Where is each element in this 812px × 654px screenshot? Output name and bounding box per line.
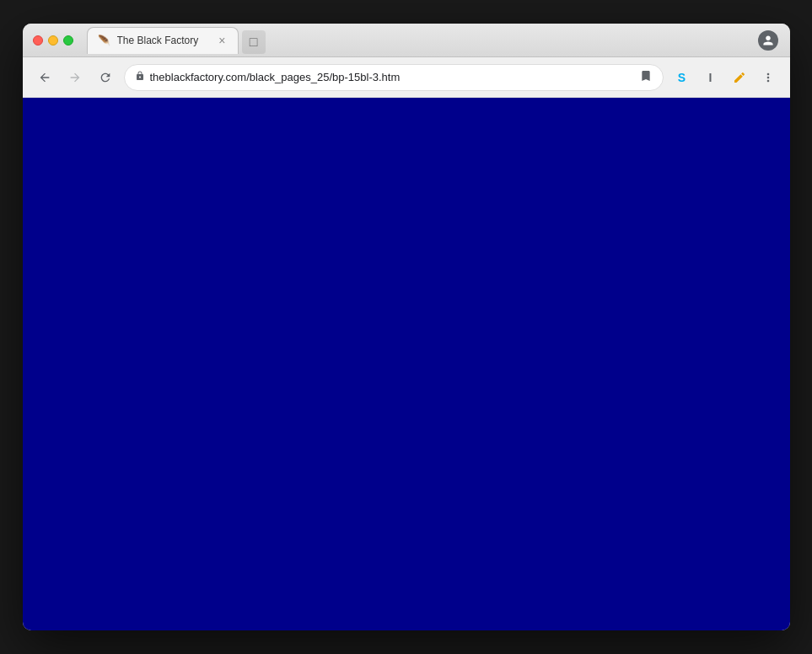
- address-bar-container: [124, 64, 664, 91]
- profile-button[interactable]: [756, 29, 780, 52]
- menu-button[interactable]: [756, 66, 780, 89]
- lock-icon: [135, 71, 145, 83]
- page-content: [23, 98, 790, 630]
- active-tab[interactable]: 🪶 The Black Factory ×: [87, 27, 239, 54]
- tab-close-button[interactable]: ×: [217, 35, 227, 46]
- nav-bar: S I: [23, 57, 790, 98]
- reload-button[interactable]: [94, 66, 117, 89]
- address-bar-input[interactable]: [150, 71, 634, 83]
- browser-window: 🪶 The Black Factory × □: [23, 24, 790, 630]
- tab-title: The Black Factory: [117, 35, 211, 46]
- close-button[interactable]: [33, 35, 43, 46]
- tab-area: 🪶 The Black Factory × □: [80, 27, 750, 54]
- maximize-button[interactable]: [63, 35, 73, 46]
- new-tab-button[interactable]: □: [242, 30, 266, 54]
- bookmark-button[interactable]: [639, 69, 653, 86]
- back-button[interactable]: [33, 66, 56, 89]
- extensions-icon: I: [709, 71, 713, 84]
- toolbar-icons: S I: [670, 66, 780, 89]
- new-tab-icon: □: [250, 35, 258, 50]
- profile-icon: [758, 30, 778, 51]
- tab-favicon-icon: 🪶: [98, 35, 110, 46]
- crayon-button[interactable]: [728, 66, 751, 89]
- minimize-button[interactable]: [48, 35, 58, 46]
- forward-button[interactable]: [63, 66, 87, 89]
- skype-extension-button[interactable]: S: [670, 66, 694, 89]
- title-bar: 🪶 The Black Factory × □: [23, 24, 790, 57]
- traffic-lights: [33, 35, 73, 46]
- skype-icon: S: [678, 71, 686, 84]
- extensions-button[interactable]: I: [699, 66, 723, 89]
